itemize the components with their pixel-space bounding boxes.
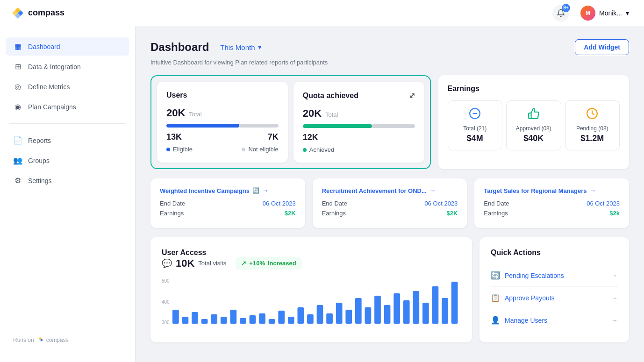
trend-up-icon: ↗ (241, 260, 246, 267)
quota-total: 20K Total (303, 107, 415, 120)
sidebar-item-dashboard[interactable]: ▦ Dashboard (6, 37, 129, 56)
sidebar: ▦ Dashboard ⊞ Data & Integration ◎ Defin… (0, 26, 136, 362)
campaign-weighted-earnings: Earnings $2K (160, 210, 296, 217)
quick-actions-title: Quick Actions (491, 248, 618, 257)
chat-icon: 💬 (162, 258, 172, 269)
bar-4 (211, 314, 217, 324)
pending-escalations-icon: 🔄 (491, 271, 500, 280)
bar-5 (221, 317, 227, 324)
users-eligible-bar (166, 124, 239, 128)
earnings-title: Earnings (448, 85, 620, 93)
sidebar-item-define-metrics[interactable]: ◎ Define Metrics (6, 78, 129, 96)
bar-1 (182, 317, 188, 324)
footer-logo-icon (37, 337, 43, 343)
users-progress-bar (166, 124, 279, 128)
qa-pending-escalations[interactable]: 🔄 Pending Escalations → (491, 264, 618, 287)
campaign-arrow-icon[interactable]: → (589, 187, 596, 194)
earnings-total-icon (454, 107, 496, 122)
add-widget-button[interactable]: Add Widget (575, 39, 629, 55)
earnings-widget: Earnings Total (21) $4M (438, 75, 629, 169)
campaign-recruitment-title: Recruitment Achievement for OND... → (322, 187, 458, 194)
bar-20 (365, 307, 371, 324)
campaign-weighted-end-date: End Date 06 Oct 2023 (160, 200, 296, 207)
bar-chart (172, 277, 461, 325)
users-legend: 13K 7K (166, 132, 279, 142)
approve-payouts-icon: 📋 (491, 293, 500, 302)
not-eligible-dot (242, 148, 245, 151)
earnings-total-amount: $4M (454, 134, 496, 143)
campaign-arrow-icon[interactable]: → (429, 187, 436, 194)
sidebar-item-label: Plan Campaigns (28, 103, 76, 111)
not-eligible-legend: 7K (268, 132, 279, 142)
manage-users-icon: 👤 (491, 316, 500, 325)
expand-icon[interactable]: ⤢ (409, 91, 415, 100)
topnav: compass 9+ M Monik... ▾ (0, 0, 644, 26)
sidebar-item-label: Dashboard (28, 43, 60, 50)
arrow-icon: → (611, 317, 618, 324)
period-label: This Month (220, 43, 255, 51)
eligible-dot (166, 148, 170, 151)
quota-progress-bar (303, 124, 415, 128)
reports-icon: 📄 (13, 136, 22, 145)
bar-23 (394, 293, 400, 324)
bar-0 (172, 310, 179, 324)
bar-19 (355, 298, 362, 324)
qa-item-left: 👤 Manage Users (491, 316, 547, 325)
campaigns-row: Weighted Incentive Campaigns 🔄 → End Dat… (150, 178, 629, 228)
earnings-pending-item: Pending (08) $1.2M (565, 100, 620, 150)
notification-button[interactable]: 9+ (552, 5, 569, 21)
sidebar-item-data-integration[interactable]: ⊞ Data & Integration (6, 57, 129, 76)
bar-8 (249, 315, 256, 324)
bar-16 (326, 313, 333, 324)
bar-17 (336, 303, 342, 324)
users-not-eligible-bar (239, 124, 279, 128)
sidebar-item-groups[interactable]: 👥 Groups (6, 151, 129, 170)
bottom-row: User Access 💬 10K Total visits ↗ +10% In… (150, 237, 629, 342)
sidebar-item-label: Define Metrics (28, 83, 70, 91)
quota-remaining-bar (372, 124, 415, 128)
campaign-arrow-icon[interactable]: → (262, 187, 269, 194)
quota-legend-labels: Achieved (303, 146, 415, 153)
qa-approve-payouts[interactable]: 📋 Approve Payouts → (491, 287, 618, 309)
earnings-approved-label: Approved (08) (512, 125, 555, 132)
qa-item-left: 🔄 Pending Escalations (491, 271, 564, 280)
bar-22 (384, 305, 390, 324)
not-eligible-label: Not eligible (242, 146, 278, 153)
highlighted-widgets: Users 20K Total 13K (150, 75, 431, 169)
page-title-area: Dashboard This Month ▾ (150, 41, 265, 54)
layout: ▦ Dashboard ⊞ Data & Integration ◎ Defin… (0, 0, 644, 362)
define-metrics-icon: ◎ (13, 82, 22, 91)
sidebar-item-label: Groups (28, 157, 50, 164)
bar-18 (345, 310, 352, 324)
chevron-down-icon: ▾ (626, 9, 629, 17)
eligible-label: Eligible (166, 146, 193, 153)
sidebar-item-settings[interactable]: ⚙ Settings (6, 171, 129, 190)
user-menu-button[interactable]: M Monik... ▾ (577, 4, 633, 22)
total-visits-stat: 💬 10K Total visits (162, 257, 226, 270)
bar-10 (268, 319, 275, 324)
sync-icon: 🔄 (252, 187, 259, 194)
settings-icon: ⚙ (13, 176, 22, 185)
period-selector[interactable]: This Month ▾ (216, 41, 265, 53)
page-header: Dashboard This Month ▾ Add Widget (150, 39, 629, 55)
campaign-weighted-title: Weighted Incentive Campaigns 🔄 → (160, 187, 296, 194)
groups-icon: 👥 (13, 156, 22, 165)
bar-27 (432, 286, 438, 324)
sidebar-item-plan-campaigns[interactable]: ◉ Plan Campaigns (6, 98, 129, 116)
sidebar-item-reports[interactable]: 📄 Reports (6, 131, 129, 149)
bar-13 (297, 307, 304, 324)
bar-12 (288, 317, 294, 324)
qa-manage-users[interactable]: 👤 Manage Users → (491, 309, 618, 331)
bar-21 (374, 296, 381, 324)
increase-stat: ↗ +10% Increased (236, 257, 301, 270)
users-widget-title: Users (166, 91, 279, 99)
campaign-target-end-date: End Date 06 Oct 2023 (484, 200, 620, 207)
bar-6 (230, 310, 236, 324)
logo[interactable]: compass (11, 7, 64, 20)
avatar: M (580, 6, 595, 21)
users-legend-labels: Eligible Not eligible (166, 146, 279, 153)
page-title: Dashboard (150, 41, 209, 54)
page-subtitle: Intuitive Dashboard for viewing Plan rel… (150, 59, 629, 66)
bar-24 (403, 300, 410, 324)
earnings-approved-amount: $40K (512, 134, 555, 143)
